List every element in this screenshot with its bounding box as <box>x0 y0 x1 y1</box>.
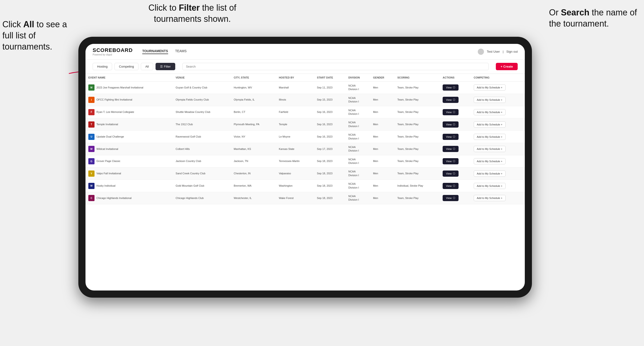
cell-gender: Men <box>370 143 394 155</box>
nav-links: TOURNAMENTS TEAMS <box>142 49 478 54</box>
cell-city-state: Berlin, CT <box>231 106 276 118</box>
annotation-top-right: Or Search the name of the tournament. <box>549 7 639 29</box>
cell-scoring: Team, Stroke Play <box>394 131 440 143</box>
event-name-text: OFCC Fighting Illini Invitational <box>96 98 132 102</box>
cell-hosted-by: Valparaiso <box>276 168 314 180</box>
cell-division: NCAADivision I <box>346 118 370 131</box>
add-to-schedule-button[interactable]: Add to My Schedule + <box>474 158 506 164</box>
cell-division: NCAADivision I <box>346 82 370 94</box>
nav-separator: | <box>503 50 504 53</box>
cell-actions: View ⓘ <box>440 180 471 192</box>
cell-scoring: Team, Stroke Play <box>394 192 440 204</box>
filter-bar: Hosting Competing All ☰ Filter + Create <box>86 59 525 74</box>
search-input[interactable] <box>182 63 489 70</box>
event-name-text: Grover Page Classic <box>96 159 120 163</box>
event-name-text: Husky Individual <box>96 184 116 187</box>
cell-venue: Guyan Golf & Country Club <box>173 82 231 94</box>
col-event-name: EVENT NAME <box>86 74 173 82</box>
cell-event-name: U Upstate Dual Challenge <box>86 131 173 143</box>
add-to-schedule-button[interactable]: Add to My Schedule + <box>474 195 506 201</box>
view-button[interactable]: View ⓘ <box>443 195 458 201</box>
col-gender: GENDER <box>370 74 394 82</box>
logo-area: SCOREBOARD Powered by clippd <box>92 47 133 56</box>
cell-venue: Shuttle Meadow Country Club <box>173 106 231 118</box>
cell-start-date: Sep 16, 2023 <box>314 106 346 118</box>
cell-city-state: Jackson, TN <box>231 155 276 168</box>
team-logo: T <box>88 121 94 128</box>
view-button[interactable]: View ⓘ <box>443 183 458 189</box>
nav-link-tournaments[interactable]: TOURNAMENTS <box>142 49 168 54</box>
table-row: W Husky Individual Gold Mountain Golf Cl… <box>86 180 525 192</box>
create-button[interactable]: + Create <box>496 63 518 70</box>
cell-hosted-by: Temple <box>276 118 314 131</box>
annotation-top-left: Click All to see a full list of tourname… <box>2 19 69 52</box>
view-button[interactable]: View ⓘ <box>443 171 458 177</box>
add-to-schedule-button[interactable]: Add to My Schedule + <box>474 171 506 177</box>
cell-city-state: Westchester, IL <box>231 192 276 204</box>
cell-venue: Olympia Fields Country Club <box>173 94 231 106</box>
col-start-date: START DATE <box>314 74 346 82</box>
tab-hosting[interactable]: Hosting <box>92 63 112 70</box>
cell-division: NCAADivision I <box>346 106 370 118</box>
cell-start-date: Sep 18, 2023 <box>314 155 346 168</box>
table-row: V Valpo Fall Invitational Sand Creek Cou… <box>86 168 525 180</box>
cell-hosted-by: Fairfield <box>276 106 314 118</box>
cell-start-date: Sep 17, 2023 <box>314 143 346 155</box>
cell-actions: View ⓘ <box>440 192 471 204</box>
cell-venue: Sand Creek Country Club <box>173 168 231 180</box>
cell-actions: View ⓘ <box>440 131 471 143</box>
add-to-schedule-button[interactable]: Add to My Schedule + <box>474 84 506 91</box>
cell-scoring: Team, Stroke Play <box>394 143 440 155</box>
user-avatar <box>478 49 484 55</box>
add-to-schedule-button[interactable]: Add to My Schedule + <box>474 121 506 128</box>
view-button[interactable]: View ⓘ <box>443 109 458 115</box>
team-logo: M <box>88 84 94 91</box>
cell-scoring: Team, Stroke Play <box>394 94 440 106</box>
cell-scoring: Team, Stroke Play <box>394 168 440 180</box>
nav-right: Test User | Sign out <box>478 49 518 55</box>
cell-event-name: F Ryan T. Lee Memorial Collegiate <box>86 106 173 118</box>
col-actions: ACTIONS <box>440 74 471 82</box>
tab-all[interactable]: All <box>141 63 153 70</box>
cell-city-state: Plymouth Meeting, PA <box>231 118 276 131</box>
cell-start-date: Sep 15, 2023 <box>314 94 346 106</box>
cell-competing: Add to My Schedule + <box>471 82 525 94</box>
filter-button[interactable]: ☰ Filter <box>156 63 175 70</box>
cell-actions: View ⓘ <box>440 94 471 106</box>
tab-competing[interactable]: Competing <box>114 63 138 70</box>
event-name-text: Wildcat Invitational <box>96 147 118 151</box>
view-button[interactable]: View ⓘ <box>443 97 458 103</box>
team-logo: C <box>88 195 94 201</box>
cell-division: NCAADivision I <box>346 180 370 192</box>
cell-gender: Men <box>370 131 394 143</box>
add-to-schedule-button[interactable]: Add to My Schedule + <box>474 134 506 140</box>
add-to-schedule-button[interactable]: Add to My Schedule + <box>474 183 506 189</box>
cell-division: NCAADivision I <box>346 131 370 143</box>
team-logo: W <box>88 146 94 152</box>
sign-out-link[interactable]: Sign out <box>506 50 518 53</box>
event-name-text: 2023 Joe Feaganes Marshall Invitational <box>96 86 144 89</box>
add-to-schedule-button[interactable]: Add to My Schedule + <box>474 109 506 115</box>
team-logo: V <box>88 171 94 177</box>
cell-competing: Add to My Schedule + <box>471 143 525 155</box>
cell-event-name: M 2023 Joe Feaganes Marshall Invitationa… <box>86 82 173 94</box>
cell-hosted-by: Marshall <box>276 82 314 94</box>
add-to-schedule-button[interactable]: Add to My Schedule + <box>474 146 506 152</box>
cell-start-date: Sep 18, 2023 <box>314 192 346 204</box>
table-row: F Ryan T. Lee Memorial Collegiate Shuttl… <box>86 106 525 118</box>
col-division: DIVISION <box>346 74 370 82</box>
view-button[interactable]: View ⓘ <box>443 134 458 140</box>
view-button[interactable]: View ⓘ <box>443 121 458 128</box>
view-button[interactable]: View ⓘ <box>443 158 458 164</box>
tournaments-table: EVENT NAME VENUE CITY, STATE HOSTED BY S… <box>86 74 525 204</box>
table-row: G Grover Page Classic Jackson Country Cl… <box>86 155 525 168</box>
cell-division: NCAADivision I <box>346 143 370 155</box>
team-logo: U <box>88 134 94 140</box>
nav-link-teams[interactable]: TEAMS <box>175 49 187 54</box>
add-to-schedule-button[interactable]: Add to My Schedule + <box>474 97 506 103</box>
table-header-row: EVENT NAME VENUE CITY, STATE HOSTED BY S… <box>86 74 525 82</box>
view-button[interactable]: View ⓘ <box>443 84 458 91</box>
cell-venue: Ravenwood Golf Club <box>173 131 231 143</box>
cell-scoring: Team, Stroke Play <box>394 82 440 94</box>
view-button[interactable]: View ⓘ <box>443 146 458 152</box>
